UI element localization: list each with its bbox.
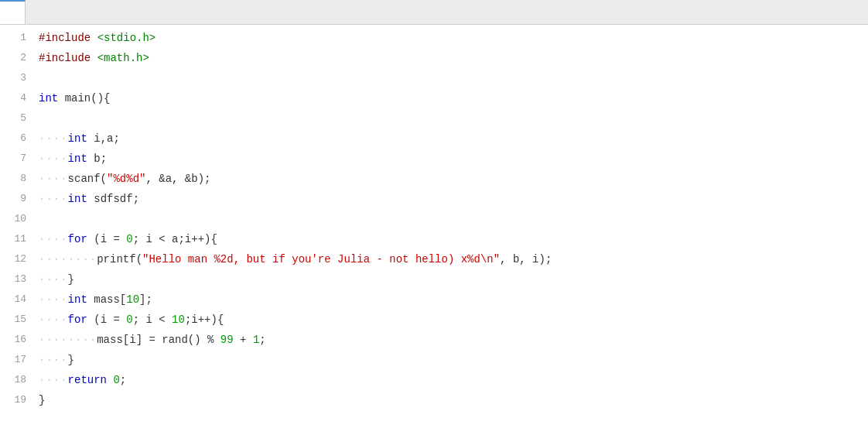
- line-content[interactable]: int main(){: [39, 88, 868, 108]
- line-number: 15: [0, 310, 39, 330]
- line: 4int main(){: [0, 88, 868, 108]
- code-text: , &a, &b);: [145, 173, 210, 185]
- line-content[interactable]: }: [39, 390, 868, 410]
- indent-dots: ········: [39, 334, 97, 346]
- line-number: 8: [0, 169, 39, 189]
- line-number: 19: [0, 390, 39, 410]
- preprocessor: #include: [39, 52, 91, 64]
- keyword: return: [68, 374, 107, 386]
- line-number: 12: [0, 249, 39, 269]
- code-text: sdfsdf;: [87, 193, 139, 205]
- code-text: ;: [259, 334, 265, 346]
- line: 10: [0, 209, 868, 229]
- code-text: ; i < a;i++){: [133, 233, 217, 245]
- header: <stdio.h>: [97, 32, 156, 44]
- line-number: 3: [0, 68, 39, 88]
- indent-dots: ····: [39, 193, 68, 205]
- line-number: 13: [0, 269, 39, 290]
- line-number: 5: [0, 108, 39, 128]
- string-literal: "%d%d": [107, 173, 145, 185]
- code-text: }: [68, 273, 74, 286]
- indent-dots: ····: [39, 354, 68, 366]
- line-number: 9: [0, 189, 39, 209]
- line: 3: [0, 68, 868, 88]
- line-content[interactable]: ····return 0;: [39, 370, 868, 390]
- line-number: 18: [0, 370, 39, 390]
- line-content[interactable]: #include <stdio.h>: [39, 28, 868, 48]
- code-text: , b, i);: [500, 253, 552, 266]
- number-literal: 0: [126, 314, 132, 326]
- code-text: b;: [87, 152, 107, 165]
- line-number: 1: [0, 28, 39, 48]
- line-content[interactable]: #include <math.h>: [39, 48, 868, 68]
- line-content[interactable]: ········mass[i] = rand() % 99 + 1;: [39, 330, 868, 350]
- number-literal: 0: [113, 374, 119, 386]
- line-content[interactable]: ····int mass[10];: [39, 290, 868, 310]
- line: 6····int i,a;: [0, 128, 868, 149]
- code-text: scanf(: [68, 173, 107, 185]
- keyword: int: [68, 293, 87, 306]
- line-content[interactable]: [39, 209, 868, 229]
- line-number: 11: [0, 229, 39, 249]
- line-number: 10: [0, 209, 39, 229]
- line: 7····int b;: [0, 149, 868, 169]
- line-content[interactable]: ····}: [39, 350, 868, 370]
- line-number: 6: [0, 128, 39, 149]
- line-content[interactable]: [39, 108, 868, 128]
- line: 16········mass[i] = rand() % 99 + 1;: [0, 330, 868, 350]
- code-text: ];: [139, 293, 152, 306]
- line: 17····}: [0, 350, 868, 370]
- code-text: ; i <: [133, 314, 172, 326]
- indent-dots: ····: [39, 152, 68, 165]
- indent-dots: ····: [39, 173, 68, 185]
- indent-dots: ····: [39, 293, 68, 306]
- line-number: 14: [0, 290, 39, 310]
- line-content[interactable]: ····scanf("%d%d", &a, &b);: [39, 169, 868, 189]
- code-area: 1#include <stdio.h>2#include <math.h>34i…: [0, 25, 868, 413]
- line-content[interactable]: ····for (i = 0; i < a;i++){: [39, 229, 868, 249]
- line-content[interactable]: ····}: [39, 269, 868, 290]
- function-name: main(){: [65, 92, 111, 105]
- keyword: int: [68, 132, 87, 145]
- line: 18····return 0;: [0, 370, 868, 390]
- line-content[interactable]: ········printf("Hello man %2d, but if yo…: [39, 249, 868, 269]
- line-content[interactable]: ····int sdfsdf;: [39, 189, 868, 209]
- indent-dots: ········: [39, 253, 97, 266]
- line-content[interactable]: ····int i,a;: [39, 128, 868, 149]
- line-number: 17: [0, 350, 39, 370]
- preprocessor: #include: [39, 32, 91, 44]
- line-number: 7: [0, 149, 39, 169]
- code-text: ;: [120, 374, 126, 386]
- line-content[interactable]: ····for (i = 0; i < 10;i++){: [39, 310, 868, 330]
- tab-bar: [0, 0, 868, 25]
- line-number: 16: [0, 330, 39, 350]
- code-text: (i =: [87, 233, 126, 245]
- line-content[interactable]: ····int b;: [39, 149, 868, 169]
- code-text: }: [39, 394, 45, 406]
- line: 1#include <stdio.h>: [0, 28, 868, 48]
- tab-close-button[interactable]: [12, 12, 17, 14]
- number-literal: 10: [126, 293, 139, 306]
- code-text: mass[i] = rand() %: [97, 334, 220, 346]
- line: 19}: [0, 390, 868, 410]
- indent-dots: ····: [39, 233, 68, 245]
- code-text: i,a;: [87, 132, 120, 145]
- number-literal: 0: [126, 233, 132, 245]
- line: 2#include <math.h>: [0, 48, 868, 68]
- line: 14····int mass[10];: [0, 290, 868, 310]
- indent-dots: ····: [39, 374, 68, 386]
- code-text: printf(: [97, 253, 142, 266]
- line: 8····scanf("%d%d", &a, &b);: [0, 169, 868, 189]
- line-number: 2: [0, 48, 39, 68]
- keyword: int: [39, 92, 58, 105]
- header: <math.h>: [97, 52, 149, 64]
- editor: 1#include <stdio.h>2#include <math.h>34i…: [0, 25, 868, 442]
- line: 12········printf("Hello man %2d, but if …: [0, 249, 868, 269]
- line-content[interactable]: [39, 68, 868, 88]
- line: 9····int sdfsdf;: [0, 189, 868, 209]
- line: 5: [0, 108, 868, 128]
- tab-main-c[interactable]: [0, 0, 26, 24]
- number-literal: 10: [172, 314, 185, 326]
- keyword: int: [68, 193, 87, 205]
- line: 15····for (i = 0; i < 10;i++){: [0, 310, 868, 330]
